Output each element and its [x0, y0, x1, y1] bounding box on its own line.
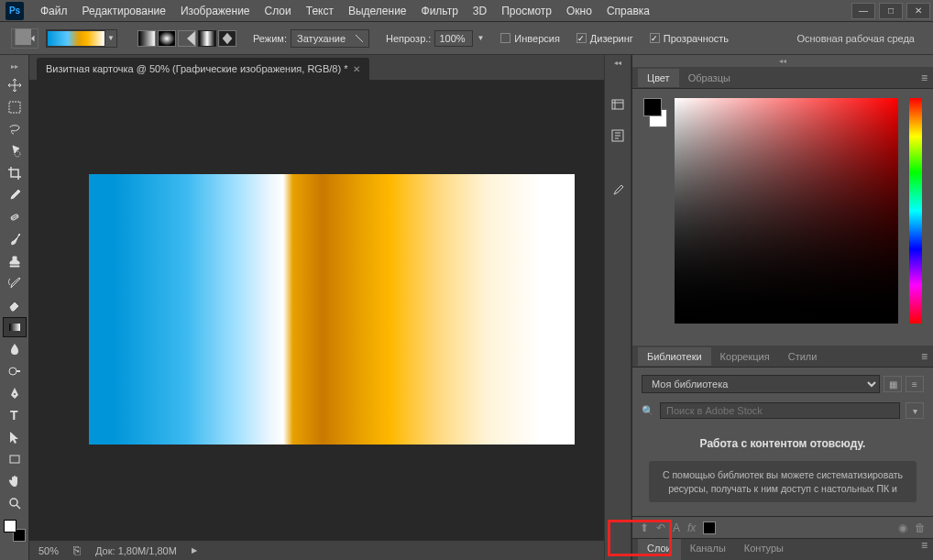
tool-eyedropper[interactable]	[3, 185, 27, 205]
gradient-reflected[interactable]	[198, 30, 216, 47]
menu-filter[interactable]: Фильтр	[414, 1, 466, 21]
tab-layers[interactable]: Слои	[638, 539, 681, 560]
tool-eraser[interactable]	[3, 295, 27, 315]
tool-brush[interactable]	[3, 229, 27, 249]
menu-window[interactable]: Окно	[559, 1, 599, 21]
library-description: С помощью библиотек вы можете систематиз…	[649, 461, 917, 502]
dock-properties-icon[interactable]	[608, 126, 628, 146]
tool-path-select[interactable]	[3, 427, 27, 447]
doc-size-info[interactable]: Док: 1,80M/1,80M	[95, 545, 177, 556]
opacity-label: Непрозр.:	[386, 33, 431, 44]
menu-file[interactable]: Файл	[33, 1, 75, 21]
tool-move[interactable]	[3, 75, 27, 95]
layers-panel-menu-icon[interactable]: ≡	[921, 539, 928, 560]
gradient-radial[interactable]	[158, 30, 176, 47]
tab-swatches[interactable]: Образцы	[679, 69, 740, 87]
canvas-viewport[interactable]	[29, 81, 604, 540]
tool-heal[interactable]	[3, 207, 27, 227]
tool-zoom[interactable]	[3, 493, 27, 513]
tool-blur[interactable]	[3, 339, 27, 359]
tool-lasso[interactable]	[3, 119, 27, 139]
toolbox-collapse-icon[interactable]: ▸▸	[11, 62, 18, 71]
lib-panel-menu-icon[interactable]: ≡	[921, 350, 928, 363]
zoom-value[interactable]: 50%	[38, 545, 59, 556]
foot-upload-icon[interactable]: ⬆	[640, 522, 649, 534]
tab-styles[interactable]: Стили	[779, 347, 827, 366]
fg-color[interactable]	[4, 520, 16, 533]
gradient-sample[interactable]	[47, 30, 105, 47]
document-tab[interactable]: Визитная карточка @ 50% (Графические изо…	[37, 58, 369, 80]
window-minimize[interactable]: —	[851, 3, 875, 19]
color-fg-swatch[interactable]	[643, 98, 662, 116]
tool-stamp[interactable]	[3, 251, 27, 271]
tool-marquee[interactable]	[3, 97, 27, 117]
foot-undo-icon[interactable]: ↶	[656, 522, 665, 534]
menu-text[interactable]: Текст	[299, 1, 341, 21]
tool-history-brush[interactable]	[3, 273, 27, 293]
gradient-angle[interactable]	[178, 30, 196, 47]
chk-transparency[interactable]	[650, 33, 660, 43]
search-icon: 🔍	[642, 405, 654, 417]
menu-image[interactable]: Изображение	[173, 1, 258, 21]
menu-bar: Ps Файл Редактирование Изображение Слои …	[0, 0, 933, 22]
tool-crop[interactable]	[3, 163, 27, 183]
menu-help[interactable]: Справка	[599, 1, 657, 21]
export-icon[interactable]: ⎘	[73, 544, 81, 557]
menu-3d[interactable]: 3D	[466, 1, 494, 21]
tool-gradient[interactable]	[3, 317, 27, 337]
color-panel-menu-icon[interactable]: ≡	[921, 71, 928, 84]
foot-trash-icon[interactable]: 🗑	[915, 522, 926, 534]
menu-view[interactable]: Просмотр	[494, 1, 559, 21]
menu-select[interactable]: Выделение	[341, 1, 414, 21]
chk-inverse[interactable]	[500, 33, 510, 43]
stock-search-input[interactable]	[660, 402, 900, 419]
dock-history-icon[interactable]	[608, 94, 628, 115]
tab-adjustments[interactable]: Коррекция	[711, 347, 779, 366]
mode-select[interactable]: Затухание	[291, 29, 369, 48]
library-select[interactable]: Моя библиотека	[642, 375, 880, 393]
library-footer: ⬆ ↶ A fx ◉ 🗑	[632, 516, 933, 538]
gradient-diamond[interactable]	[218, 30, 236, 47]
foot-cc-icon[interactable]: ◉	[898, 522, 907, 534]
chk-dithering[interactable]	[576, 33, 587, 43]
opacity-input[interactable]	[434, 30, 473, 47]
tool-text[interactable]: T	[3, 405, 27, 425]
tool-hand[interactable]	[3, 471, 27, 491]
tool-preset-picker[interactable]	[11, 28, 38, 49]
tool-shape[interactable]	[3, 449, 27, 469]
tab-channels[interactable]: Каналы	[681, 539, 735, 560]
search-opts-icon[interactable]: ▾	[906, 402, 924, 419]
lib-list-view-icon[interactable]: ≡	[906, 376, 924, 392]
window-maximize[interactable]: □	[879, 3, 903, 19]
foot-fx-icon[interactable]: fx	[687, 522, 696, 534]
tab-libraries[interactable]: Библиотеки	[638, 347, 711, 366]
window-close[interactable]: ✕	[906, 3, 930, 19]
lib-grid-view-icon[interactable]: ▦	[884, 376, 902, 392]
svg-rect-2	[159, 31, 175, 46]
panels-collapse-icon[interactable]: ◂◂	[632, 55, 933, 67]
fg-bg-swatch[interactable]	[4, 520, 26, 542]
color-swatch-pair[interactable]	[643, 98, 667, 127]
tool-quick-select[interactable]	[3, 141, 27, 161]
workspace-switcher[interactable]: Основная рабочая среда	[789, 31, 922, 46]
tool-pen[interactable]	[3, 383, 27, 403]
menu-layers[interactable]: Слои	[258, 1, 299, 21]
foot-color-swatch[interactable]	[703, 522, 716, 534]
gradient-linear[interactable]	[137, 30, 156, 47]
app-logo: Ps	[5, 2, 24, 20]
foot-a-icon[interactable]: A	[673, 522, 680, 534]
mid-dock-collapse-icon[interactable]: ◂◂	[614, 59, 621, 67]
tab-paths[interactable]: Контуры	[735, 539, 793, 560]
canvas[interactable]	[89, 174, 575, 445]
gradient-picker-dropdown[interactable]: ▼	[105, 30, 116, 47]
opacity-dropdown-icon[interactable]: ▼	[477, 34, 484, 42]
tab-color[interactable]: Цвет	[638, 69, 679, 87]
hue-slider[interactable]	[909, 98, 922, 324]
menu-edit[interactable]: Редактирование	[75, 1, 173, 21]
dock-brush-icon[interactable]	[608, 181, 628, 201]
saturation-box[interactable]	[675, 98, 898, 324]
doc-tab-close-icon[interactable]: ✕	[353, 64, 360, 74]
tool-dodge[interactable]	[3, 361, 27, 381]
info-dropdown-icon[interactable]: ▶	[192, 546, 197, 555]
chk-transparency-label: Прозрачность	[664, 33, 729, 44]
